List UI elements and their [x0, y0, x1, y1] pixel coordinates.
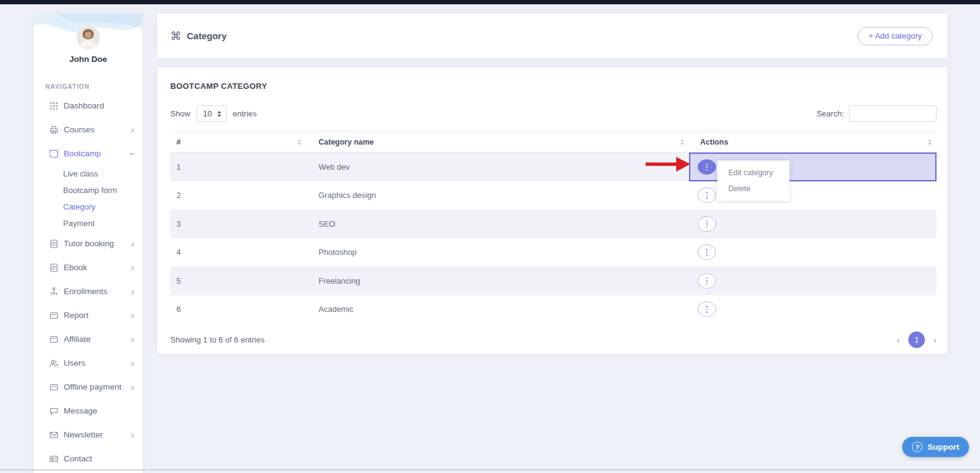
vertical-dots-icon: [706, 164, 708, 165]
add-category-button[interactable]: + Add category: [858, 27, 933, 45]
cell-category-name: Photoshop: [306, 248, 689, 257]
show-label: Show: [170, 109, 190, 118]
vertical-dots-icon: [706, 278, 708, 279]
table-row: 5Freelancing: [170, 267, 937, 295]
sidebar-item-ebook[interactable]: Ebook›: [34, 255, 143, 279]
row-actions-button[interactable]: [698, 273, 716, 289]
chevron-right-icon: ›: [131, 359, 134, 368]
vertical-dots-icon: [706, 195, 708, 197]
sidebar-item-bootcamp[interactable]: Bootcamp›: [34, 142, 143, 165]
sidebar-item-label: Enrollments: [64, 287, 107, 296]
sidebar-submenu-bootcamp: Live classBootcamp formCategoryPayment: [34, 165, 143, 232]
column-header-actions[interactable]: Actions: [689, 132, 937, 152]
select-arrows-icon: [217, 111, 221, 117]
row-actions-button[interactable]: [698, 187, 716, 203]
sidebar-subitem-bootcamp-form[interactable]: Bootcamp form: [34, 182, 143, 199]
vertical-dots-icon: [706, 280, 708, 282]
sidebar-item-label: Offline payment: [64, 383, 121, 392]
table-row: 1Web dev: [170, 153, 937, 181]
search-input[interactable]: [849, 105, 937, 122]
sidebar-item-label: Users: [64, 359, 85, 368]
red-arrow-pointer-icon: [643, 154, 692, 175]
page-length-select[interactable]: 10: [197, 105, 227, 122]
page-length-value: 10: [203, 109, 212, 118]
vertical-dots-icon: [706, 309, 708, 311]
row-actions-button[interactable]: [698, 216, 716, 232]
sidebar-subitem-payment[interactable]: Payment: [34, 215, 143, 232]
sidebar-item-affiliate[interactable]: Affiliate›: [34, 327, 143, 351]
mail-icon: [49, 430, 59, 440]
chevron-right-icon: ›: [131, 431, 134, 439]
table-footer: Showing 1 to 6 of 6 entries ‹ 1 ›: [170, 331, 937, 348]
chevron-right-icon: ›: [131, 311, 134, 320]
sidebar-item-newsletter[interactable]: Newsletter›: [34, 423, 143, 447]
support-button[interactable]: ? Support: [902, 437, 969, 457]
row-actions-context-menu: Edit category Delete: [717, 161, 790, 201]
cell-actions: [689, 210, 937, 238]
table-row: 6Academic: [170, 295, 937, 324]
sidebar-item-message[interactable]: Message: [34, 399, 143, 423]
search-label: Search:: [816, 109, 844, 118]
row-actions-button[interactable]: [698, 301, 716, 317]
page-title-text: Category: [187, 31, 227, 41]
sidebar-subitem-category[interactable]: Category: [34, 199, 143, 215]
vertical-dots-icon: [706, 197, 708, 199]
user-name: John Doe: [34, 55, 143, 64]
sidebar-item-contact[interactable]: Contact: [34, 447, 143, 471]
table-row: 4Photoshop: [170, 238, 937, 267]
row-actions-button[interactable]: [698, 244, 716, 260]
sidebar-item-dashboard[interactable]: Dashboard: [34, 94, 143, 118]
command-icon: ⌘: [170, 31, 181, 42]
cell-actions: [689, 238, 937, 267]
column-header-num[interactable]: #: [170, 132, 306, 152]
pagination: ‹ 1 ›: [897, 331, 937, 348]
sidebar-item-tutor-booking[interactable]: Tutor booking›: [34, 232, 143, 255]
cell-category-name: Web dev: [306, 162, 689, 172]
sidebar-item-enrollments[interactable]: Enrollments›: [34, 279, 143, 303]
cell-category-name: Freelancing: [306, 276, 689, 286]
chevron-right-icon: ›: [131, 383, 134, 392]
sort-icon: [680, 139, 684, 145]
cast-icon: [49, 149, 59, 159]
row-actions-button[interactable]: [698, 159, 716, 175]
pagination-next-button[interactable]: ›: [933, 335, 937, 344]
vertical-dots-icon: [706, 311, 708, 313]
search-control: Search:: [816, 105, 937, 122]
cell-category-name: Academic: [306, 305, 689, 314]
sort-icon: [298, 139, 301, 145]
vertical-dots-icon: [706, 249, 708, 251]
sidebar-item-label: Report: [64, 311, 89, 320]
bottom-window-edge: [0, 469, 980, 471]
chevron-down-icon: ›: [129, 152, 137, 155]
sidebar-item-offline-payment[interactable]: Offline payment›: [34, 375, 143, 399]
pagination-prev-button[interactable]: ‹: [897, 335, 900, 344]
vertical-dots-icon: [706, 252, 708, 254]
vertical-dots-icon: [706, 283, 708, 285]
sidebar-item-label: Contact: [64, 455, 92, 463]
sidebar-item-report[interactable]: Report›: [34, 303, 143, 327]
sidebar-item-label: Message: [64, 407, 97, 415]
cell-category-name: Graphics design: [306, 191, 689, 200]
sidebar-nav: Dashboard Courses› Bootcamp›Live classBo…: [34, 94, 143, 471]
vertical-dots-icon: [706, 192, 708, 194]
entries-label: entries: [233, 109, 257, 118]
table-row: 3SEO: [170, 210, 937, 238]
users-icon: [49, 358, 59, 368]
page-length-control: Show 10 entries: [170, 105, 257, 122]
pagination-page-1-button[interactable]: 1: [908, 331, 925, 348]
cell-actions: [689, 267, 937, 295]
column-header-label: Category name: [318, 138, 374, 146]
menu-item-edit-category[interactable]: Edit category: [717, 165, 790, 181]
table-row: 2Graphics design: [170, 181, 937, 210]
menu-item-delete[interactable]: Delete: [717, 181, 790, 197]
cell-num: 4: [170, 248, 306, 257]
table-header-row: # Category name Actions: [170, 131, 937, 153]
sidebar-item-courses[interactable]: Courses›: [34, 118, 143, 142]
sidebar-subitem-live-class[interactable]: Live class: [34, 165, 143, 182]
column-header-category-name[interactable]: Category name: [306, 132, 689, 152]
sidebar-item-users[interactable]: Users›: [34, 351, 143, 375]
vertical-dots-icon: [706, 226, 708, 228]
archive-icon: [49, 335, 59, 344]
sidebar-item-label: Bootcamp: [64, 149, 101, 158]
cell-num: 5: [170, 276, 306, 286]
